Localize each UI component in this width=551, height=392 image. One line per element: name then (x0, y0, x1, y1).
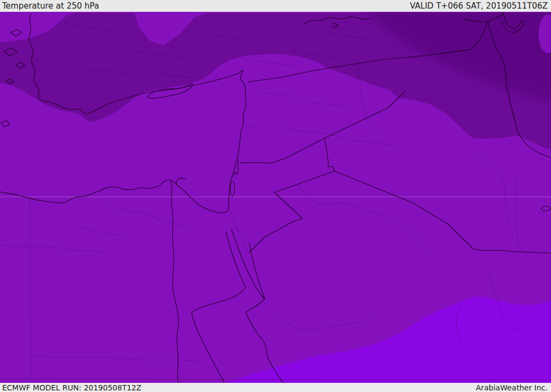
valid-time-label: VALID T+066 SAT, 20190511T06Z (410, 1, 548, 11)
model-run-label: ECMWF MODEL RUN: 20190508T12Z (2, 383, 142, 392)
map-canvas (0, 12, 551, 383)
map-title: Temperature at 250 hPa (2, 1, 99, 11)
header-bar: Temperature at 250 hPa VALID T+066 SAT, … (0, 0, 551, 12)
weather-chart-window: Temperature at 250 hPa VALID T+066 SAT, … (0, 0, 551, 392)
footer-bar: ECMWF MODEL RUN: 20190508T12Z ArabiaWeat… (0, 383, 551, 392)
weather-map (0, 12, 551, 383)
credit-label: ArabiaWeather Inc. (476, 383, 548, 392)
